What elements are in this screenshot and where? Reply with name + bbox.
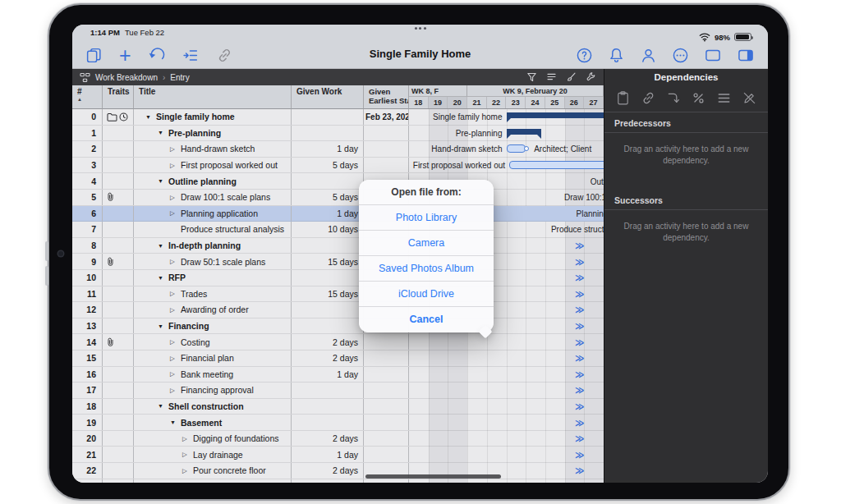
fullscreen-view-button[interactable] — [704, 45, 722, 65]
more-options-button[interactable] — [672, 45, 689, 65]
summary-bar[interactable] — [507, 129, 542, 135]
no-edit-icon[interactable] — [742, 89, 757, 106]
bar-handle[interactable] — [524, 146, 529, 151]
table-row[interactable]: 15▷Financial plan2 days≫ — [72, 351, 604, 367]
offscreen-bar-chevron[interactable]: ≫ — [575, 401, 585, 411]
wrench-icon[interactable] — [586, 67, 596, 87]
notifications-button[interactable] — [608, 45, 625, 65]
column-header-traits[interactable]: Traits — [103, 85, 134, 109]
offscreen-bar-chevron[interactable]: ≫ — [575, 273, 585, 283]
offscreen-bar-chevron[interactable]: ≫ — [575, 256, 585, 267]
table-row[interactable]: 20▷Digging of foundations2 days≫ — [72, 431, 604, 447]
row-title: ▼RFP — [134, 270, 292, 286]
cancel-button[interactable]: Cancel — [359, 307, 494, 332]
predecessors-section: Predecessors Drag an activity here to ad… — [604, 112, 768, 167]
user-button[interactable] — [640, 45, 657, 65]
row-number: 15 — [72, 351, 103, 366]
table-row[interactable]: 9▷Draw 50:1 scale plans15 days≫ — [72, 254, 604, 270]
table-row[interactable]: 16▷Bank meeting1 day≫ — [72, 367, 604, 383]
offscreen-bar-chevron[interactable]: ≫ — [575, 417, 585, 428]
dependency-link-icon[interactable] — [641, 89, 656, 106]
breadcrumb-section[interactable]: Work Breakdown — [95, 73, 158, 82]
table-row[interactable]: 21▷Lay drainage1 day≫ — [72, 447, 604, 463]
dependency-rows-icon[interactable] — [716, 89, 732, 106]
successors-dropzone[interactable]: Drag an activity here to add a new depen… — [604, 210, 768, 244]
table-row[interactable]: 10▼RFP≫ — [72, 270, 604, 286]
table-row[interactable]: 7Produce structural analysis10 daysProdu… — [72, 222, 604, 238]
table-row[interactable]: 1▼Pre-planningPre-planning — [72, 126, 604, 142]
popover-option[interactable]: Camera — [359, 231, 494, 256]
dependency-toolbar — [604, 85, 768, 112]
popover-option[interactable]: Saved Photos Album — [359, 256, 494, 282]
dependency-flow-icon[interactable] — [666, 89, 682, 106]
disclosure-open-icon[interactable]: ▼ — [158, 323, 168, 329]
offscreen-bar-chevron[interactable]: ≫ — [575, 449, 585, 460]
table-row[interactable]: 12▷Awarding of order≫ — [72, 302, 604, 318]
table-row[interactable]: 3▷First proposal worked out5 daysFirst p… — [72, 158, 604, 174]
filter-icon[interactable] — [526, 67, 537, 87]
row-title-text: Financing approval — [181, 385, 254, 395]
view-options-icon[interactable] — [80, 67, 90, 87]
popover-option[interactable]: Photo Library — [359, 205, 494, 231]
summary-bar[interactable] — [507, 112, 604, 118]
disclosure-open-icon[interactable]: ▼ — [158, 130, 168, 135]
brush-icon[interactable] — [566, 67, 577, 87]
column-header-num[interactable]: # ▲ — [72, 85, 103, 109]
offscreen-bar-chevron[interactable]: ≫ — [575, 305, 585, 315]
column-header-earliest-start[interactable]: Given Earliest Star — [364, 85, 409, 109]
table-row[interactable]: 8▼In-depth planning≫ — [72, 238, 604, 254]
offscreen-bar-chevron[interactable]: ≫ — [575, 369, 585, 379]
column-header-title[interactable]: Title — [134, 85, 292, 109]
help-button[interactable] — [576, 45, 593, 65]
table-row[interactable]: 13▼Financing≫ — [72, 318, 604, 335]
offscreen-bar-chevron[interactable]: ≫ — [575, 241, 585, 251]
table-row[interactable]: 2▷Hand-drawn sketch1 dayHand-drawn sketc… — [72, 141, 604, 158]
offscreen-bar-chevron[interactable]: ≫ — [575, 353, 585, 364]
column-header-given-work[interactable]: Given Work — [292, 85, 364, 109]
table-row[interactable]: 22▷Pour concrete floor2 days≫ — [72, 463, 604, 479]
predecessors-dropzone[interactable]: Drag an activity here to add a new depen… — [604, 133, 768, 167]
multitasking-indicator[interactable] — [415, 27, 426, 30]
task-bar[interactable] — [507, 144, 526, 153]
table-row[interactable]: 14▷Costing2 days≫ — [72, 334, 604, 351]
row-given-work — [292, 479, 364, 483]
table-row[interactable]: 11▷Trades15 days≫ — [72, 286, 604, 303]
task-bar[interactable] — [509, 161, 604, 169]
disclosure-open-icon[interactable]: ▼ — [158, 403, 168, 409]
row-traits — [103, 447, 134, 462]
table-row[interactable]: 19▼Basement≫ — [72, 415, 604, 431]
row-traits — [103, 222, 134, 237]
volume-down-button[interactable] — [45, 266, 48, 286]
offscreen-bar-chevron[interactable]: ≫ — [575, 465, 585, 476]
table-row[interactable]: 0▼Single family homeFeb 23, 2022Single f… — [72, 109, 604, 126]
offscreen-bar-chevron[interactable]: ≫ — [575, 433, 585, 444]
table-row[interactable]: 4▼Outline planningOutline planning — [72, 173, 604, 190]
row-title: ▼In-depth planning — [134, 238, 292, 254]
disclosure-open-icon[interactable]: ▼ — [170, 419, 181, 425]
disclosure-open-icon[interactable]: ▼ — [145, 114, 156, 120]
horizontal-scrollbar[interactable] — [365, 474, 501, 479]
breadcrumb-entry[interactable]: Entry — [170, 73, 189, 82]
table-row[interactable]: 17▷Financing approval≫ — [72, 383, 604, 399]
volume-up-button[interactable] — [45, 241, 48, 261]
disclosure-open-icon[interactable]: ▼ — [158, 243, 168, 249]
dependency-percent-icon[interactable] — [691, 89, 706, 106]
table-row[interactable]: 23▷Erect cellar walls — [72, 479, 604, 483]
split-view-button[interactable] — [737, 45, 755, 65]
format-lines-icon[interactable] — [546, 67, 557, 87]
table-row[interactable]: 5▷Draw 100:1 scale plans5 daysDraw 100:1… — [72, 190, 604, 206]
table-row[interactable]: 6▷Planning application1 dayPlanning appl… — [72, 206, 604, 222]
popover-option[interactable]: iCloud Drive — [359, 282, 494, 307]
row-number: 3 — [72, 158, 103, 173]
row-gantt: ≫ — [409, 415, 604, 430]
offscreen-bar-chevron[interactable]: ≫ — [575, 337, 585, 347]
disclosure-open-icon[interactable]: ▼ — [158, 178, 168, 184]
disclosure-open-icon[interactable]: ▼ — [158, 275, 168, 281]
table-row[interactable]: 18▼Shell construction≫ — [72, 399, 604, 415]
row-traits — [103, 479, 134, 483]
dependency-list-icon[interactable] — [615, 89, 631, 106]
row-given-work: 1 day — [292, 447, 364, 462]
offscreen-bar-chevron[interactable]: ≫ — [575, 321, 585, 332]
offscreen-bar-chevron[interactable]: ≫ — [575, 385, 585, 396]
offscreen-bar-chevron[interactable]: ≫ — [575, 288, 585, 299]
